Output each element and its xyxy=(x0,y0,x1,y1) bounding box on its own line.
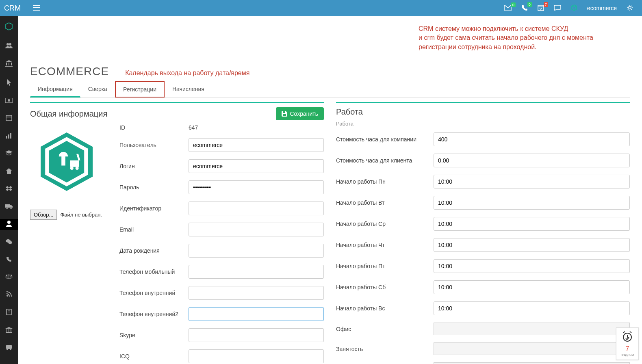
gear-icon[interactable] xyxy=(622,4,638,12)
tasks-count: 7 xyxy=(617,345,638,353)
identifier-label: Идентификатор xyxy=(119,205,189,212)
tab-sverka[interactable]: Сверка xyxy=(80,81,115,98)
employment-select[interactable] xyxy=(434,342,630,355)
login-input[interactable] xyxy=(189,159,324,173)
tab-accruals[interactable]: Начисления xyxy=(165,81,212,98)
chat-icon[interactable] xyxy=(549,5,566,12)
cost-company-label: Стоимость часа для компании xyxy=(336,136,434,143)
thu-label: Начало работы Чт xyxy=(336,242,434,248)
password-input[interactable] xyxy=(189,180,324,194)
svg-rect-5 xyxy=(6,63,7,65)
sidebar-truck-icon[interactable] xyxy=(0,202,18,212)
svg-rect-11 xyxy=(6,115,12,121)
sun-label: Начало работы Вс xyxy=(336,305,434,312)
sidebar-telephone-icon[interactable] xyxy=(0,255,18,265)
mail-icon[interactable]: 0 xyxy=(499,5,516,12)
username[interactable]: ecommerce xyxy=(582,5,622,11)
file-status-label: Файл не выбран. xyxy=(60,212,102,218)
icq-input[interactable] xyxy=(189,349,324,363)
thu-input[interactable] xyxy=(434,238,630,252)
svg-rect-8 xyxy=(5,66,13,67)
svg-rect-26 xyxy=(6,332,12,333)
save-button[interactable]: Сохранить xyxy=(276,107,324,120)
floating-tasks-widget[interactable]: 7 задачи xyxy=(616,327,639,360)
user-input[interactable] xyxy=(189,138,324,152)
brand[interactable]: CRM xyxy=(4,4,29,13)
section-label: Работа xyxy=(336,121,630,127)
tab-registrations[interactable]: Регистрации xyxy=(115,81,165,98)
svg-point-29 xyxy=(10,349,11,350)
svg-point-18 xyxy=(7,221,11,224)
birth-label: Дата рождения xyxy=(119,247,189,254)
sidebar-scales-icon[interactable] xyxy=(0,272,18,282)
internal2-label: Телефон внутренний2 xyxy=(119,311,189,317)
sidebar-users-icon[interactable] xyxy=(0,41,18,51)
svg-point-16 xyxy=(6,207,8,209)
cost-client-input[interactable] xyxy=(434,154,630,167)
user-label: Пользователь xyxy=(119,142,189,148)
identifier-input[interactable] xyxy=(189,202,324,215)
mail-badge: 0 xyxy=(511,2,516,7)
svg-point-21 xyxy=(7,295,8,297)
svg-rect-30 xyxy=(283,111,285,113)
sidebar-comments-icon[interactable] xyxy=(0,237,18,247)
sidebar-graduation-icon[interactable] xyxy=(0,149,18,159)
cost-company-input[interactable] xyxy=(434,132,630,146)
sidebar-archive-icon[interactable] xyxy=(0,307,18,318)
cube-icon[interactable] xyxy=(566,4,582,12)
tab-info[interactable]: Информация xyxy=(30,81,80,98)
mobile-label: Телефон мобильный xyxy=(119,269,189,275)
svg-rect-6 xyxy=(9,63,9,65)
internal-input[interactable] xyxy=(189,286,324,300)
sidebar-bank-icon[interactable] xyxy=(0,58,18,69)
svg-rect-7 xyxy=(11,63,12,65)
svg-rect-25 xyxy=(11,329,11,332)
svg-rect-15 xyxy=(5,204,10,208)
fri-input[interactable] xyxy=(434,259,630,273)
tabs: Информация Сверка Регистрации Начисления xyxy=(30,81,630,98)
department-select[interactable] xyxy=(434,362,630,364)
calendar-icon[interactable]: 7 xyxy=(533,4,549,12)
svg-point-28 xyxy=(7,349,8,350)
right-panel: Работа Работа Стоимость часа для компани… xyxy=(336,102,630,364)
hamburger-icon[interactable] xyxy=(29,5,44,12)
fri-label: Начало работы Пт xyxy=(336,263,434,269)
sidebar-money-icon[interactable] xyxy=(0,96,18,106)
sidebar-calendar-icon[interactable] xyxy=(0,113,18,124)
sat-input[interactable] xyxy=(434,280,630,294)
sidebar-bus-icon[interactable] xyxy=(0,343,18,353)
mon-label: Начало работы Пн xyxy=(336,178,434,185)
email-input[interactable] xyxy=(189,223,324,236)
svg-point-33 xyxy=(70,167,74,170)
sun-input[interactable] xyxy=(434,301,630,315)
sidebar-person-icon[interactable] xyxy=(0,219,18,230)
main-content: CRM систему можно подключить к системе С… xyxy=(18,16,642,364)
skype-input[interactable] xyxy=(189,328,324,342)
sidebar-logo-icon[interactable] xyxy=(0,20,18,34)
icq-label: ICQ xyxy=(119,353,189,360)
internal2-input[interactable] xyxy=(189,307,324,321)
office-select[interactable] xyxy=(434,323,630,335)
sidebar-dropbox-icon[interactable] xyxy=(0,184,18,195)
wed-label: Начало работы Ср xyxy=(336,221,434,227)
wed-input[interactable] xyxy=(434,217,630,231)
tue-input[interactable] xyxy=(434,196,630,210)
svg-rect-14 xyxy=(10,133,11,139)
birth-input[interactable] xyxy=(189,244,324,258)
file-browse-button[interactable]: Обзор... xyxy=(30,210,57,220)
mon-input[interactable] xyxy=(434,175,630,188)
sidebar-building-icon[interactable] xyxy=(0,325,18,336)
phone-icon[interactable]: 0 xyxy=(516,4,533,12)
left-panel: Общая информация Сохранить xyxy=(30,102,324,364)
sidebar-chart-icon[interactable] xyxy=(0,131,18,141)
employment-label: Занятость xyxy=(336,346,434,352)
sidebar-rss-icon[interactable] xyxy=(0,290,18,300)
svg-rect-12 xyxy=(6,136,7,139)
sidebar-cursor-icon[interactable] xyxy=(0,77,18,89)
mobile-input[interactable] xyxy=(189,265,324,279)
svg-rect-31 xyxy=(283,114,286,116)
phone-badge: 0 xyxy=(527,2,532,7)
svg-point-10 xyxy=(8,99,10,102)
avatar xyxy=(30,124,103,206)
sidebar-home-icon[interactable] xyxy=(0,166,18,177)
